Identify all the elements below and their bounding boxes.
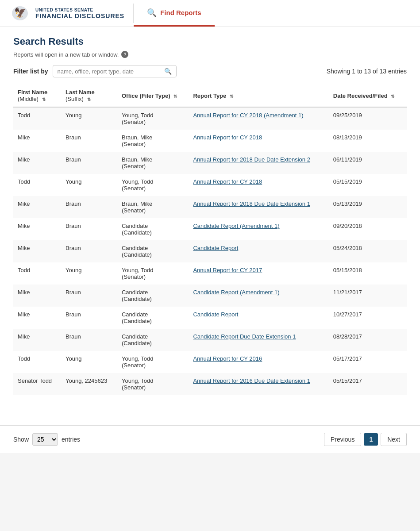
- entries-label: entries: [62, 436, 80, 443]
- cell-report-type[interactable]: Annual Report for 2018 Due Date Extensio…: [189, 196, 328, 218]
- col-first-name: First Name(Middle) ⇅: [13, 85, 61, 107]
- sort-report-type[interactable]: ⇅: [230, 94, 233, 99]
- cell-office: Candidate(Candidate): [117, 218, 189, 240]
- cell-last-name: Braun: [61, 329, 117, 351]
- report-link[interactable]: Annual Report for 2018 Due Date Extensio…: [193, 156, 310, 163]
- find-reports-tab[interactable]: 🔍 Find Reports: [134, 0, 215, 27]
- entries-select[interactable]: 25 10 50 100: [32, 433, 58, 446]
- cell-report-type[interactable]: Candidate Report: [189, 307, 328, 329]
- cell-date: 10/27/2017: [329, 307, 407, 329]
- cell-report-type[interactable]: Annual Report for 2016 Due Date Extensio…: [189, 373, 328, 395]
- cell-report-type[interactable]: Candidate Report (Amendment 1): [189, 218, 328, 240]
- cell-report-type[interactable]: Candidate Report: [189, 240, 328, 262]
- report-link[interactable]: Annual Report for CY 2018: [193, 134, 262, 141]
- report-link[interactable]: Annual Report for CY 2018 (Amendment 1): [193, 112, 303, 119]
- report-link[interactable]: Annual Report for 2018 Due Date Extensio…: [193, 200, 310, 207]
- report-link[interactable]: Annual Report for 2016 Due Date Extensio…: [193, 377, 310, 384]
- cell-report-type[interactable]: Annual Report for CY 2017: [189, 262, 328, 285]
- table-row: Mike Braun Candidate(Candidate) Candidat…: [13, 240, 407, 262]
- table-row: Mike Braun Braun, Mike(Senator) Annual R…: [13, 152, 407, 174]
- cell-last-name: Braun: [61, 130, 117, 152]
- cell-first-name: Mike: [13, 307, 61, 329]
- report-link[interactable]: Annual Report for CY 2018: [193, 178, 262, 185]
- table-row: Senator Todd Young, 2245623 Young, Todd(…: [13, 373, 407, 395]
- cell-first-name: Mike: [13, 285, 61, 307]
- table-header-row: First Name(Middle) ⇅ Last Name(Suffix) ⇅…: [13, 85, 407, 107]
- previous-button[interactable]: Previous: [324, 433, 361, 446]
- cell-last-name: Young: [61, 174, 117, 196]
- cell-last-name: Braun: [61, 307, 117, 329]
- cell-last-name: Braun: [61, 196, 117, 218]
- cell-date: 05/24/2018: [329, 240, 407, 262]
- cell-last-name: Young: [61, 351, 117, 373]
- cell-report-type[interactable]: Annual Report for CY 2016: [189, 351, 328, 373]
- next-button[interactable]: Next: [381, 433, 407, 446]
- table-row: Todd Young Young, Todd(Senator) Annual R…: [13, 262, 407, 285]
- col-date: Date Received/Filed ⇅: [329, 85, 407, 107]
- results-table: First Name(Middle) ⇅ Last Name(Suffix) ⇅…: [13, 85, 407, 395]
- cell-report-type[interactable]: Annual Report for CY 2018: [189, 130, 328, 152]
- cell-first-name: Mike: [13, 329, 61, 351]
- filter-input[interactable]: [58, 68, 164, 75]
- cell-report-type[interactable]: Candidate Report Due Date Extension 1: [189, 329, 328, 351]
- sort-office[interactable]: ⇅: [173, 94, 177, 99]
- current-page[interactable]: 1: [364, 433, 378, 446]
- cell-office: Young, Todd(Senator): [117, 262, 189, 285]
- sort-date[interactable]: ⇅: [391, 94, 394, 99]
- cell-date: 08/13/2019: [329, 130, 407, 152]
- cell-office: Candidate(Candidate): [117, 285, 189, 307]
- table-row: Todd Young Young, Todd(Senator) Annual R…: [13, 107, 407, 130]
- cell-date: 05/15/2017: [329, 373, 407, 395]
- cell-first-name: Todd: [13, 107, 61, 130]
- cell-date: 11/21/2017: [329, 285, 407, 307]
- cell-office: Candidate(Candidate): [117, 329, 189, 351]
- info-icon[interactable]: ?: [121, 51, 128, 58]
- col-office: Office (Filer Type) ⇅: [117, 85, 189, 107]
- col-report-type: Report Type ⇅: [189, 85, 328, 107]
- cell-office: Braun, Mike(Senator): [117, 196, 189, 218]
- table-row: Mike Braun Candidate(Candidate) Candidat…: [13, 285, 407, 307]
- cell-date: 05/15/2018: [329, 262, 407, 285]
- cell-date: 05/17/2017: [329, 351, 407, 373]
- report-link[interactable]: Candidate Report: [193, 311, 238, 318]
- report-link[interactable]: Candidate Report: [193, 245, 238, 251]
- table-footer: Show 25 10 50 100 entries Previous 1 Nex…: [0, 425, 420, 453]
- showing-text: Showing 1 to 13 of 13 entries: [327, 68, 407, 75]
- table-row: Mike Braun Braun, Mike(Senator) Annual R…: [13, 196, 407, 218]
- cell-date: 09/25/2019: [329, 107, 407, 130]
- table-row: Mike Braun Braun, Mike(Senator) Annual R…: [13, 130, 407, 152]
- cell-report-type[interactable]: Candidate Report (Amendment 1): [189, 285, 328, 307]
- main-content: Search Results Reports will open in a ne…: [0, 27, 420, 425]
- logo-bottom-line: FINANCIAL DISCLOSURES: [35, 12, 124, 19]
- filter-label: Filter list by: [13, 68, 48, 75]
- cell-report-type[interactable]: Annual Report for CY 2018: [189, 174, 328, 196]
- report-link[interactable]: Candidate Report (Amendment 1): [193, 289, 279, 296]
- filter-row: Filter list by 🔍 Showing 1 to 13 of 13 e…: [13, 65, 407, 77]
- report-link[interactable]: Candidate Report Due Date Extension 1: [193, 333, 296, 340]
- logo-eagle-icon: 🦅: [9, 4, 31, 22]
- subtitle-row: Reports will open in a new tab or window…: [13, 51, 407, 58]
- report-link[interactable]: Annual Report for CY 2017: [193, 267, 262, 273]
- cell-first-name: Todd: [13, 351, 61, 373]
- cell-office: Young, Todd(Senator): [117, 107, 189, 130]
- col-last-name: Last Name(Suffix) ⇅: [61, 85, 117, 107]
- sort-last-name[interactable]: ⇅: [87, 97, 91, 102]
- cell-office: Young, Todd(Senator): [117, 351, 189, 373]
- cell-last-name: Braun: [61, 152, 117, 174]
- cell-last-name: Braun: [61, 240, 117, 262]
- cell-report-type[interactable]: Annual Report for 2018 Due Date Extensio…: [189, 152, 328, 174]
- filter-input-wrap: 🔍: [53, 65, 177, 77]
- page-title: Search Results: [13, 36, 407, 47]
- sort-first-name[interactable]: ⇅: [42, 97, 46, 102]
- report-link[interactable]: Candidate Report (Amendment 1): [193, 223, 279, 229]
- cell-last-name: Young, 2245623: [61, 373, 117, 395]
- show-label: Show: [13, 436, 29, 443]
- cell-report-type[interactable]: Annual Report for CY 2018 (Amendment 1): [189, 107, 328, 130]
- report-link[interactable]: Annual Report for CY 2016: [193, 355, 262, 362]
- cell-first-name: Todd: [13, 174, 61, 196]
- site-header: 🦅 UNITED STATES SENATE FINANCIAL DISCLOS…: [0, 0, 420, 27]
- table-body: Todd Young Young, Todd(Senator) Annual R…: [13, 107, 407, 395]
- cell-first-name: Mike: [13, 152, 61, 174]
- pagination: Previous 1 Next: [324, 433, 407, 446]
- table-row: Todd Young Young, Todd(Senator) Annual R…: [13, 351, 407, 373]
